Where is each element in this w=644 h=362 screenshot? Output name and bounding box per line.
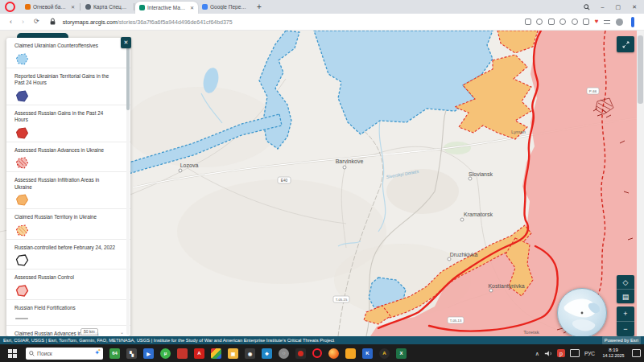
legend-item: Reported Ukrainian Territorial Gains in … — [6, 68, 130, 105]
camera-app-icon[interactable]: ◉ — [245, 348, 255, 359]
legend-item-label: Russian Field Fortifications — [14, 305, 118, 312]
extension-icon-4[interactable] — [559, 19, 566, 25]
taskbar-apps: 64 ▚ ▶ µ A ▣ ◉ ❖ ◌ K A X — [109, 348, 407, 359]
legend-swatch-ru-infiltration — [14, 194, 29, 206]
app-dark-icon[interactable]: ▚ — [126, 348, 137, 359]
powered-by-esri-link[interactable]: Powered by Esri — [602, 336, 641, 344]
globe-overview-inset[interactable] — [557, 288, 607, 336]
app-orange-icon[interactable] — [345, 348, 356, 359]
volume-icon[interactable] — [544, 350, 552, 357]
page-scrollbar-thumb[interactable] — [638, 35, 643, 104]
legend-close-button[interactable]: ✕ — [121, 37, 131, 48]
app-red-icon[interactable] — [177, 348, 188, 359]
close-window-button[interactable]: ✕ — [632, 4, 637, 10]
legend-scrollbar-thumb[interactable] — [126, 41, 130, 110]
utorrent-icon[interactable]: µ — [160, 348, 171, 359]
network-display-icon[interactable] — [570, 349, 580, 357]
tab1-title: Огневой балкон вырез — [33, 4, 68, 10]
legend-item: Assessed Russian Gains in the Past 24 Ho… — [6, 105, 130, 142]
app-64-icon[interactable]: 64 — [109, 348, 120, 359]
notification-center-icon[interactable] — [632, 349, 641, 357]
tab4-favicon — [202, 4, 208, 10]
app-yellow-a-icon[interactable]: A — [379, 348, 390, 359]
legend-item-label: Russian-controlled before February 24, 2… — [14, 245, 118, 252]
legend-item-label: Assessed Russian Infiltration Areas in U… — [14, 177, 118, 191]
excel-icon[interactable]: X — [396, 348, 407, 359]
layers-button[interactable]: ▤ — [617, 290, 634, 303]
start-button[interactable] — [0, 349, 24, 358]
legend-item-label: Claimed Ukrainian Counteroffensives — [14, 43, 118, 50]
legend-item: Russian-controlled before February 24, 2… — [6, 240, 130, 270]
sidebar-toggle[interactable] — [631, 17, 634, 27]
legend-item: Claimed Russian Territory in Ukraine — [6, 209, 130, 240]
interactive-map[interactable]: Lozova Barvinkove Sloviansk Kramatorsk D… — [0, 31, 644, 336]
extension-icon-2[interactable] — [536, 19, 543, 25]
tab1-close-icon[interactable]: ✕ — [71, 4, 75, 10]
expand-map-button[interactable] — [617, 36, 634, 52]
favorites-heart-icon[interactable]: ♥ — [595, 19, 599, 25]
system-tray: ∧ p РУС 8:19 14.12.2025 — [535, 348, 644, 360]
adobe-reader-icon[interactable]: A — [194, 348, 204, 359]
browser-tab-4[interactable]: Google Переводчик — [198, 0, 251, 14]
language-indicator[interactable]: РУС — [584, 351, 595, 356]
forward-button[interactable]: › — [22, 19, 24, 26]
windows-logo-icon — [8, 349, 17, 358]
legend-item: Russian Field Fortifications — [6, 300, 130, 327]
profile-avatar[interactable] — [616, 19, 623, 26]
extension-icon-5[interactable] — [572, 19, 578, 25]
search-placeholder: Поиск — [37, 351, 92, 356]
app-media-icon[interactable]: ▶ — [143, 348, 154, 359]
photos-app-icon[interactable]: ❖ — [262, 348, 272, 359]
extension-icon-1[interactable] — [525, 19, 531, 25]
back-button[interactable]: ‹ — [10, 19, 12, 26]
legend-scroll-down-icon[interactable]: ⌄ — [120, 329, 124, 335]
settings-app-icon[interactable]: ◌ — [279, 348, 289, 359]
clock-time: 8:19 — [600, 348, 627, 354]
tab1-favicon — [25, 4, 31, 10]
legend-item-label: Claimed Russian Territory in Ukraine — [14, 214, 118, 221]
taskbar-search-input[interactable]: Поиск ✦✦ — [26, 348, 103, 360]
browser-tab-3-active[interactable]: Interactive Map: Russia's ✕ — [135, 2, 198, 14]
menu-icon[interactable] — [604, 20, 610, 24]
minimize-button[interactable]: – — [601, 4, 605, 10]
city-label: Toretsk — [523, 330, 539, 335]
opera-logo-icon[interactable] — [5, 2, 15, 12]
lock-icon[interactable] — [49, 18, 56, 26]
extension-icon-6[interactable] — [583, 19, 589, 25]
legend-item: Assessed Russian Infiltration Areas in U… — [6, 172, 130, 209]
attribution-text: Esri, CGIAR, USGS | Esri, TomTom, Garmin… — [3, 336, 334, 344]
legend-item-label: Reported Ukrainian Territorial Gains in … — [14, 73, 118, 87]
new-tab-button[interactable]: + — [257, 2, 262, 11]
url-path: /stories/36a7f6a6f5a944d496de641cf64bd37… — [118, 19, 233, 25]
app-blue-icon[interactable]: K — [362, 348, 373, 359]
maximize-button[interactable]: ▢ — [616, 4, 621, 10]
legend-item: Claimed Russian Advances in Russia — [6, 326, 130, 336]
city-label: Sloviansk — [469, 171, 493, 177]
city-label: Druzhkivka — [450, 252, 478, 257]
legend-swatch-claimed-ru-territory — [14, 224, 29, 237]
copilot-icon[interactable]: ✦✦ — [94, 350, 100, 356]
zoom-in-button[interactable]: + — [617, 306, 634, 322]
browser-tab-strip: Огневой балкон вырез ✕ Карта Специальной… — [0, 0, 644, 14]
reload-button[interactable]: ⟳ — [34, 19, 39, 25]
browser-tab-1[interactable]: Огневой балкон вырез ✕ — [21, 0, 79, 14]
legend-swatch-ru-control — [14, 285, 29, 297]
pictures-folder-icon[interactable]: ▣ — [228, 348, 238, 359]
firefox-icon[interactable] — [328, 348, 339, 359]
tray-expand-icon[interactable]: ∧ — [535, 351, 539, 356]
tab2-favicon — [85, 4, 91, 10]
zoom-out-button[interactable]: − — [617, 322, 634, 336]
locate-button[interactable]: ◇ — [617, 275, 634, 290]
tab-search-icon[interactable] — [584, 4, 590, 10]
expand-icon — [621, 40, 630, 49]
taskbar-clock[interactable]: 8:19 14.12.2025 — [600, 348, 627, 360]
extension-icon-3[interactable] — [548, 19, 555, 25]
browser-tab-2[interactable]: Карта Специальной вое — [81, 0, 133, 14]
city-label: Lyman — [511, 130, 526, 134]
tab3-close-icon[interactable]: ✕ — [190, 5, 194, 10]
punto-switcher-icon[interactable]: p — [557, 349, 565, 357]
recorder-app-icon[interactable] — [295, 348, 306, 359]
paint-app-icon[interactable] — [211, 348, 221, 359]
opera-taskbar-icon[interactable] — [312, 348, 322, 358]
url-text[interactable]: storymaps.arcgis.com/stories/36a7f6a6f5a… — [63, 19, 233, 25]
